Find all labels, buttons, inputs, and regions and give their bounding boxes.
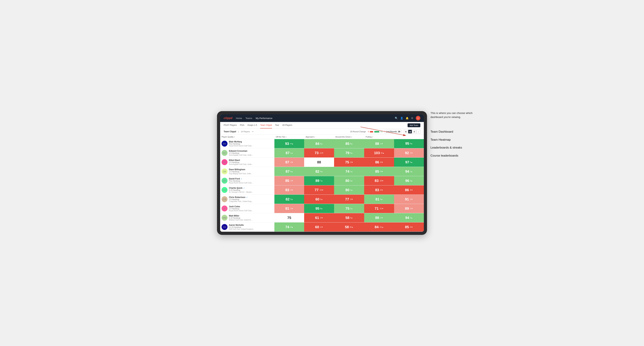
player-cell-1[interactable]: ECEdward Crossman1-5 HandicapSunningdale… <box>220 148 274 158</box>
score-cell-4-4[interactable]: 963▲ <box>394 176 424 185</box>
edit-team-icon[interactable]: ✏ <box>252 131 254 133</box>
score-cell-7-0[interactable]: 81-3▼ <box>274 204 304 213</box>
score-cell-6-2[interactable]: 77-3▼ <box>334 195 364 204</box>
score-cell-7-3[interactable]: 71-11▼ <box>364 204 394 213</box>
view-heatmap-button[interactable]: ▦ <box>408 130 412 134</box>
score-cell-9-2[interactable]: 5810▲ <box>334 222 364 232</box>
sub-nav-link-all-players[interactable]: All Players <box>282 122 292 128</box>
score-cell-1-0[interactable]: 871▲ <box>274 148 304 158</box>
score-cell-3-1[interactable]: 824▲ <box>304 167 334 176</box>
sub-nav-link-pgat-players[interactable]: PGAT Players <box>224 122 237 128</box>
score-cell-8-1[interactable]: 61-3▼ <box>304 213 334 222</box>
nav-link-my-performance[interactable]: My Performance <box>256 117 272 120</box>
score-cell-6-0[interactable]: 823▲ <box>274 195 304 204</box>
player-cell-0[interactable]: BMBlair McHargPlus HandicapRoyal North D… <box>220 139 274 148</box>
score-cell-5-4[interactable]: 86-8▼ <box>394 185 424 195</box>
score-cell-4-1[interactable]: 897▲ <box>304 176 334 185</box>
score-cell-1-2[interactable]: 799▲ <box>334 148 364 158</box>
score-cell-3-0[interactable]: 874▲ <box>274 167 304 176</box>
score-cell-5-1[interactable]: 77-14▼ <box>304 185 334 195</box>
score-cell-5-3[interactable]: 83-6▼ <box>364 185 394 195</box>
view-grid-button[interactable]: ⊞ <box>404 130 408 134</box>
player-cell-4[interactable]: DFDavid Ford ✓Plus HandicapRoyal North D… <box>220 176 274 185</box>
score-cell-2-3[interactable]: 86-6▼ <box>364 158 394 167</box>
col-header-green[interactable]: Around the Green ▾ <box>334 135 364 139</box>
score-cell-2-4[interactable]: 975▲ <box>394 158 424 167</box>
col-header-approach[interactable]: Approach ▾ <box>304 135 334 139</box>
table-row[interactable]: JCJosh Coles1-5 HandicapRoyal North Devo… <box>220 204 424 213</box>
sub-nav-link-team-clippd[interactable]: Team Clippd <box>260 122 272 128</box>
score-cell-7-2[interactable]: 752▲ <box>334 204 364 213</box>
table-row[interactable]: CRChris Robertson ✓1-5 HandicapCraigmill… <box>220 195 424 204</box>
score-cell-2-0[interactable]: 87-3▼ <box>274 158 304 167</box>
table-row[interactable]: CQCharlie Quick ✓6-10 HandicapSt. George… <box>220 185 424 195</box>
score-cell-3-4[interactable]: 941▲ <box>394 167 424 176</box>
settings-icon[interactable]: ⚙ <box>411 117 413 120</box>
score-cell-1-1[interactable]: 73-11▼ <box>304 148 334 158</box>
score-cell-3-3[interactable]: 85-3▼ <box>364 167 394 176</box>
score-cell-9-4[interactable]: 85-4▼ <box>394 222 424 232</box>
score-cell-9-3[interactable]: 84-21▲ <box>364 222 394 232</box>
player-cell-2[interactable]: EEElliot Ebert1-5 HandicapSunningdale Go… <box>220 158 274 167</box>
nav-link-home[interactable]: Home <box>236 117 242 120</box>
score-cell-0-3[interactable]: 88-1▼ <box>364 139 394 148</box>
score-cell-8-2[interactable]: 584▲ <box>334 213 364 222</box>
score-cell-8-0[interactable]: 75 <box>274 213 304 222</box>
search-icon[interactable]: 🔍 <box>395 117 398 120</box>
player-cell-8[interactable]: MMMatt Miller6-10 HandicapWoburn Golf Cl… <box>220 213 274 222</box>
table-row[interactable]: DBDave Billingham1-5 HandicapGog Magog G… <box>220 167 424 176</box>
score-cell-6-4[interactable]: 91-3▼ <box>394 195 424 204</box>
score-cell-9-1[interactable]: 60-1▼ <box>304 222 334 232</box>
user-avatar[interactable]: U <box>416 116 420 120</box>
player-cell-6[interactable]: CRChris Robertson ✓1-5 HandicapCraigmill… <box>220 195 274 204</box>
score-cell-1-3[interactable]: 10315▲ <box>364 148 394 158</box>
player-cell-9[interactable]: ANAaron Nicholls11-15 HandicapDrift Golf… <box>220 222 274 232</box>
table-row[interactable]: ECEdward Crossman1-5 HandicapSunningdale… <box>220 148 424 158</box>
player-club: Royal North Devon Golf Club, United King… <box>229 210 254 212</box>
annotation-item: Course leaderboards <box>430 154 483 158</box>
user-icon[interactable]: 👤 <box>400 117 403 120</box>
score-cell-5-2[interactable]: 801▲ <box>334 185 364 195</box>
sub-nav-link-tour[interactable]: Tour <box>275 122 279 128</box>
table-row[interactable]: EEElliot Ebert1-5 HandicapSunningdale Go… <box>220 158 424 167</box>
score-cell-8-3[interactable]: 88-2▼ <box>364 213 394 222</box>
score-cell-2-2[interactable]: 75-3▼ <box>334 158 364 167</box>
add-team-button[interactable]: Add Team <box>408 123 420 127</box>
col-header-putting[interactable]: Putting ▾ <box>364 135 394 139</box>
player-cell-3[interactable]: DBDave Billingham1-5 HandicapGog Magog G… <box>220 167 274 176</box>
table-row[interactable]: MMMatt Miller6-10 HandicapWoburn Golf Cl… <box>220 213 424 222</box>
score-cell-0-0[interactable]: 93+4▲ <box>274 139 304 148</box>
player-cell-5[interactable]: CQCharlie Quick ✓6-10 HandicapSt. George… <box>220 185 274 195</box>
score-cell-4-2[interactable]: 803▲ <box>334 176 364 185</box>
score-cell-5-0[interactable]: 83-3▼ <box>274 185 304 195</box>
score-cell-3-2[interactable]: 741▲ <box>334 167 364 176</box>
score-cell-9-0[interactable]: 74-8▲ <box>274 222 304 232</box>
score-cell-0-2[interactable]: 858▲ <box>334 139 364 148</box>
table-row[interactable]: DFDavid Ford ✓Plus HandicapRoyal North D… <box>220 176 424 185</box>
score-cell-8-4[interactable]: 943▲ <box>394 213 424 222</box>
score-cell-6-1[interactable]: 602▲ <box>304 195 334 204</box>
player-cell-7[interactable]: JCJosh Coles1-5 HandicapRoyal North Devo… <box>220 204 274 213</box>
score-cell-2-1[interactable]: 88 <box>304 158 334 167</box>
bell-icon[interactable]: 🔔 <box>406 117 408 120</box>
sub-nav-link-pga[interactable]: PGA <box>240 122 244 128</box>
table-row[interactable]: ANAaron Nicholls11-15 HandicapDrift Golf… <box>220 222 424 232</box>
score-cell-0-1[interactable]: 846▲ <box>304 139 334 148</box>
score-change: 1▲ <box>290 152 293 154</box>
col-header-player[interactable]: Player Quality ▾ <box>220 135 274 139</box>
score-cell-4-3[interactable]: 83-10▼ <box>364 176 394 185</box>
table-row[interactable]: BMBlair McHargPlus HandicapRoyal North D… <box>220 139 424 148</box>
tablet-frame: clippd HomeTeamsMy Performance 🔍 👤 🔔 ⚙ U… <box>217 111 427 235</box>
last-rounds-button[interactable]: Last Rounds: 20 <box>384 130 402 133</box>
sub-nav-link-hcaps-1-5[interactable]: Hcaps 1-5 <box>248 122 257 128</box>
nav-link-teams[interactable]: Teams <box>246 117 252 120</box>
score-cell-1-4[interactable]: 92-3▼ <box>394 148 424 158</box>
view-list-button[interactable]: ☰ <box>412 130 416 134</box>
view-download-button[interactable]: ↓ <box>416 130 420 134</box>
score-cell-4-0[interactable]: 85-3▼ <box>274 176 304 185</box>
score-cell-0-4[interactable]: 959▲ <box>394 139 424 148</box>
score-cell-7-1[interactable]: 958▲ <box>304 204 334 213</box>
score-cell-6-3[interactable]: 814▲ <box>364 195 394 204</box>
score-cell-7-4[interactable]: 89-2▼ <box>394 204 424 213</box>
col-header-tee[interactable]: Off the Tee ▾ <box>274 135 304 139</box>
